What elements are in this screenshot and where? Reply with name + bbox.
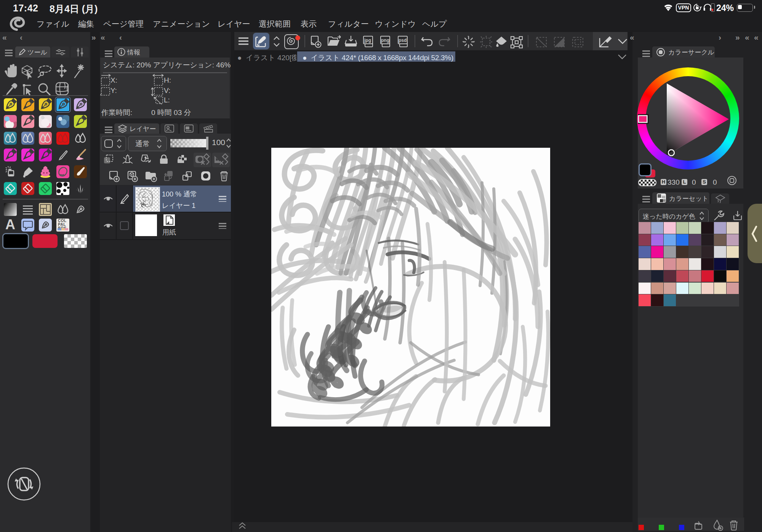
svg-text:png: png <box>381 38 389 43</box>
svg-text:jpg: jpg <box>364 38 371 43</box>
svg-text:psd: psd <box>399 38 407 43</box>
